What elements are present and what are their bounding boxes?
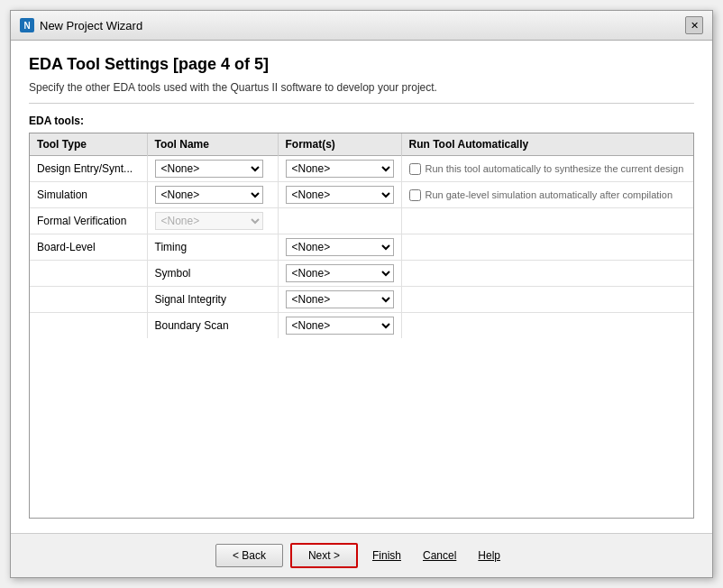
cell-format[interactable]: <None> [278, 261, 401, 287]
col-header-tool-type: Tool Type [30, 133, 147, 156]
cell-format[interactable]: <None> [278, 234, 401, 261]
cancel-button[interactable]: Cancel [416, 545, 463, 566]
col-header-run-auto: Run Tool Automatically [401, 133, 693, 156]
cell-tool-name: Signal Integrity [147, 287, 278, 313]
format-select[interactable]: <None> [286, 317, 394, 335]
cell-tool-type [30, 287, 147, 313]
run-auto-checkbox[interactable] [409, 163, 421, 175]
run-auto-checkbox[interactable] [409, 189, 421, 201]
table-body: Design Entry/Synt...<None><None>Run this… [30, 156, 693, 339]
next-button[interactable]: Next > [290, 543, 358, 568]
title-bar: N New Project Wizard ✕ [11, 11, 712, 41]
cell-tool-name: Symbol [147, 261, 278, 287]
format-select[interactable]: <None> [286, 238, 394, 256]
format-select[interactable]: <None> [286, 160, 394, 178]
tool-name-select[interactable]: <None> [155, 160, 263, 178]
cell-run-auto [401, 261, 693, 287]
cell-run-auto [401, 287, 693, 313]
cell-run-auto[interactable]: Run gate-level simulation automatically … [401, 182, 693, 208]
back-button[interactable]: < Back [215, 544, 283, 567]
cell-run-auto [401, 208, 693, 234]
cell-tool-type: Formal Verification [30, 208, 147, 234]
section-label: EDA tools: [29, 115, 694, 127]
cell-tool-name[interactable]: <None> [147, 156, 278, 182]
app-icon: N [20, 18, 34, 32]
tool-name-select[interactable]: <None> [155, 212, 263, 230]
format-select[interactable]: <None> [286, 264, 394, 282]
cell-format[interactable]: <None> [278, 287, 401, 313]
page-title: EDA Tool Settings [page 4 of 5] [29, 55, 694, 74]
cell-tool-type: Board-Level [30, 234, 147, 261]
cell-tool-name[interactable]: <None> [147, 208, 278, 234]
table-row: Signal Integrity<None> [30, 287, 693, 313]
table-row: Board-LevelTiming<None> [30, 234, 693, 261]
cell-run-auto [401, 234, 693, 261]
cell-tool-name: Boundary Scan [147, 313, 278, 339]
tool-name-select[interactable]: <None> [155, 186, 263, 204]
close-button[interactable]: ✕ [685, 16, 703, 34]
format-select[interactable]: <None> [286, 186, 394, 204]
footer: < Back Next > Finish Cancel Help [11, 533, 712, 577]
title-text: New Project Wizard [40, 19, 142, 32]
dialog-window: N New Project Wizard ✕ EDA Tool Settings… [10, 10, 713, 578]
cell-format[interactable]: <None> [278, 313, 401, 339]
title-bar-left: N New Project Wizard [20, 18, 142, 32]
cell-tool-type [30, 313, 147, 339]
help-button[interactable]: Help [471, 545, 508, 566]
finish-button[interactable]: Finish [365, 545, 408, 566]
format-select[interactable]: <None> [286, 290, 394, 308]
col-header-formats: Format(s) [278, 133, 401, 156]
eda-tools-table-container: Tool Type Tool Name Format(s) Run Tool A… [29, 133, 694, 519]
cell-tool-name: Timing [147, 234, 278, 261]
page-description: Specify the other EDA tools used with th… [29, 81, 694, 104]
cell-tool-name[interactable]: <None> [147, 182, 278, 208]
table-row: Formal Verification<None> [30, 208, 693, 234]
cell-run-auto[interactable]: Run this tool automatically to synthesiz… [401, 156, 693, 182]
cell-format[interactable]: <None> [278, 182, 401, 208]
cell-format [278, 208, 401, 234]
cell-run-auto [401, 313, 693, 339]
cell-tool-type [30, 261, 147, 287]
cell-tool-type: Simulation [30, 182, 147, 208]
col-header-tool-name: Tool Name [147, 133, 278, 156]
content-area: EDA Tool Settings [page 4 of 5] Specify … [11, 41, 712, 533]
table-row: Symbol<None> [30, 261, 693, 287]
cell-format[interactable]: <None> [278, 156, 401, 182]
table-row: Design Entry/Synt...<None><None>Run this… [30, 156, 693, 182]
cell-tool-type: Design Entry/Synt... [30, 156, 147, 182]
table-header-row: Tool Type Tool Name Format(s) Run Tool A… [30, 133, 693, 156]
table-row: Boundary Scan<None> [30, 313, 693, 339]
table-row: Simulation<None><None>Run gate-level sim… [30, 182, 693, 208]
eda-tools-table: Tool Type Tool Name Format(s) Run Tool A… [30, 133, 693, 338]
